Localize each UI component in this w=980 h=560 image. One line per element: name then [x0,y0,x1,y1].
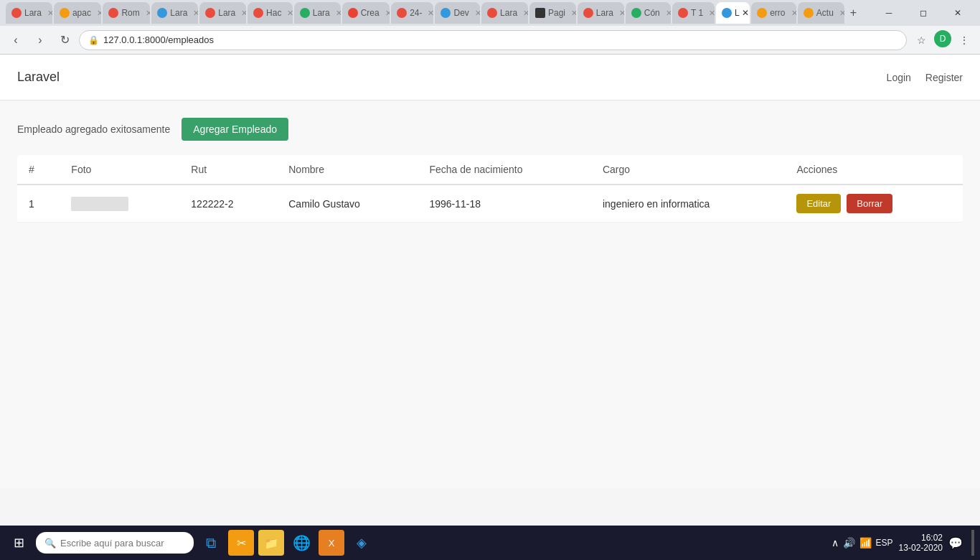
menu-button[interactable]: ⋮ [954,30,974,50]
col-cargo: Cargo [591,155,786,185]
browser-tab-0[interactable]: Lara ✕ [6,2,52,24]
employees-table: # Foto Rut Nombre Fecha de nacimiento Ca… [17,155,963,223]
browser-tab-13[interactable]: Cón ✕ [626,2,671,24]
browser-tab-2[interactable]: Rom ✕ [103,2,150,24]
add-employee-button[interactable]: Agregar Empleado [182,118,288,141]
browser-tab-3[interactable]: Lara ✕ [151,2,198,24]
window-controls: ─ ◻ ✕ [867,0,980,26]
browser-tab-12[interactable]: Lara ✕ [578,2,624,24]
browser-tab-6[interactable]: Lara ✕ [294,2,341,24]
cell-cargo: ingeniero en informatica [591,185,786,223]
nav-links: Login Register [887,72,963,83]
profile-button[interactable]: D [934,30,951,47]
browser-nav-icons: ☆ D ⋮ [911,30,974,50]
browser-tab-7[interactable]: Crea ✕ [342,2,390,24]
main-content: Empleado agregado exitosamente Agregar E… [0,101,980,488]
edit-button[interactable]: Editar [796,194,841,213]
close-button[interactable]: ✕ [941,3,974,23]
minimize-button[interactable]: ─ [872,3,905,23]
reload-button[interactable]: ↻ [55,30,75,50]
browser-tab-11[interactable]: Pagi ✕ [529,2,576,24]
back-button[interactable]: ‹ [6,30,26,50]
col-rut: Rut [179,155,277,185]
address-bar-row: ‹ › ↻ 🔒 127.0.0.1:8000/empleados ☆ D ⋮ [0,26,980,55]
success-bar: Empleado agregado exitosamente Agregar E… [17,118,963,141]
browser-tab-active[interactable]: L ✕ [716,2,750,24]
bookmark-button[interactable]: ☆ [911,30,931,50]
col-foto: Foto [60,155,179,185]
browser-tab-9[interactable]: Dev ✕ [435,2,480,24]
browser-tab-8[interactable]: 24- ✕ [391,2,433,24]
cell-foto [60,185,179,223]
col-id: # [17,155,60,185]
cell-acciones: Editar Borrar [785,185,963,223]
brand-name: Laravel [17,70,60,85]
cell-nombre: Camilo Gustavo [277,185,418,223]
browser-window: Lara ✕ apac ✕ Rom ✕ Lara ✕ Lara ✕ [0,0,980,488]
new-tab-button[interactable]: + [846,6,861,19]
browser-tab-14[interactable]: T 1 ✕ [672,2,715,24]
browser-tab-5[interactable]: Hac ✕ [248,2,293,24]
col-acciones: Acciones [785,155,963,185]
col-fecha: Fecha de nacimiento [418,155,591,185]
table-row: 1 122222-2 Camilo Gustavo 1996-11-18 ing… [17,185,963,223]
table-body: 1 122222-2 Camilo Gustavo 1996-11-18 ing… [17,185,963,223]
employees-table-container: # Foto Rut Nombre Fecha de nacimiento Ca… [17,155,963,223]
browser-tab-16[interactable]: erro ✕ [751,2,796,24]
register-link[interactable]: Register [925,72,963,83]
lock-icon: 🔒 [88,35,99,45]
browser-tab-4[interactable]: Lara ✕ [199,2,246,24]
browser-tab-10[interactable]: Lara ✕ [481,2,528,24]
cell-id: 1 [17,185,60,223]
url-text: 127.0.0.1:8000/empleados [103,34,897,45]
cell-fecha: 1996-11-18 [418,185,591,223]
page-content: Laravel Login Register Empleado agregado… [0,55,980,488]
delete-button[interactable]: Borrar [847,194,892,213]
table-header: # Foto Rut Nombre Fecha de nacimiento Ca… [17,155,963,185]
photo-placeholder [71,197,128,211]
top-navigation: Laravel Login Register [0,55,980,101]
browser-tab-17[interactable]: Actu ✕ [798,2,844,24]
maximize-button[interactable]: ◻ [907,3,940,23]
browser-tab-1[interactable]: apac ✕ [54,2,102,24]
login-link[interactable]: Login [887,72,911,83]
address-bar[interactable]: 🔒 127.0.0.1:8000/empleados [79,30,907,50]
forward-button[interactable]: › [30,30,50,50]
col-nombre: Nombre [277,155,418,185]
success-message: Empleado agregado exitosamente [17,123,170,135]
cell-rut: 122222-2 [179,185,277,223]
